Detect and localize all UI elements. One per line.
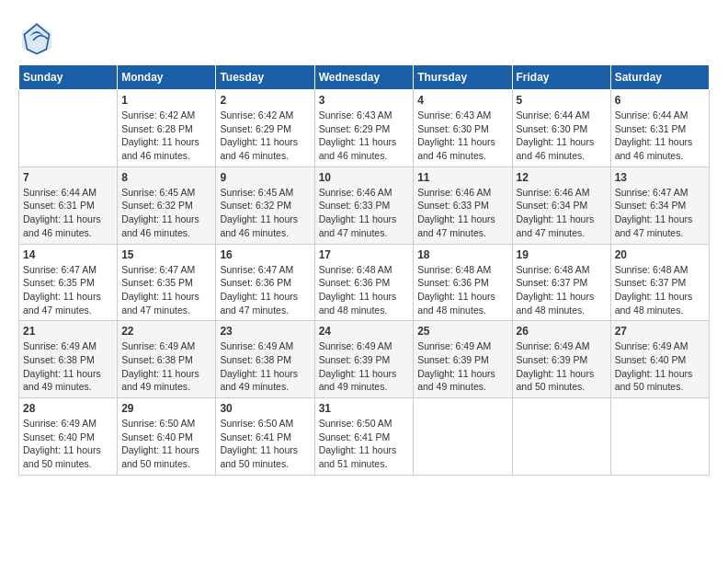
day-info: Sunrise: 6:48 AM Sunset: 6:37 PM Dayligh… [517,263,607,317]
calendar-cell: 20Sunrise: 6:48 AM Sunset: 6:37 PM Dayli… [610,244,709,321]
calendar-cell: 8Sunrise: 6:45 AM Sunset: 6:32 PM Daylig… [118,167,216,244]
day-info: Sunrise: 6:49 AM Sunset: 6:39 PM Dayligh… [517,339,607,394]
week-row-2: 7Sunrise: 6:44 AM Sunset: 6:31 PM Daylig… [19,167,710,244]
day-info: Sunrise: 6:49 AM Sunset: 6:38 PM Dayligh… [220,339,310,394]
calendar-cell: 2Sunrise: 6:42 AM Sunset: 6:29 PM Daylig… [216,90,314,167]
day-number: 2 [220,94,310,107]
day-number: 30 [220,402,310,415]
calendar-cell: 4Sunrise: 6:43 AM Sunset: 6:30 PM Daylig… [414,90,512,167]
calendar-cell: 26Sunrise: 6:49 AM Sunset: 6:39 PM Dayli… [512,321,610,398]
logo [18,18,59,55]
day-info: Sunrise: 6:49 AM Sunset: 6:39 PM Dayligh… [319,339,410,394]
day-number: 1 [121,94,211,107]
col-header-saturday: Saturday [610,65,709,90]
day-info: Sunrise: 6:43 AM Sunset: 6:29 PM Dayligh… [319,109,410,163]
logo-icon [18,18,55,55]
calendar-cell: 5Sunrise: 6:44 AM Sunset: 6:30 PM Daylig… [512,90,610,167]
day-info: Sunrise: 6:48 AM Sunset: 6:37 PM Dayligh… [615,263,705,317]
day-number: 23 [220,325,310,338]
calendar-cell: 18Sunrise: 6:48 AM Sunset: 6:36 PM Dayli… [414,244,512,321]
day-info: Sunrise: 6:49 AM Sunset: 6:40 PM Dayligh… [615,339,705,394]
day-number: 31 [319,402,410,415]
calendar-cell [414,398,512,476]
day-info: Sunrise: 6:47 AM Sunset: 6:34 PM Dayligh… [615,186,705,240]
calendar-cell [512,398,610,476]
page-header [18,18,710,55]
calendar-cell: 12Sunrise: 6:46 AM Sunset: 6:34 PM Dayli… [512,167,610,244]
day-info: Sunrise: 6:49 AM Sunset: 6:38 PM Dayligh… [121,339,211,394]
calendar-cell: 3Sunrise: 6:43 AM Sunset: 6:29 PM Daylig… [314,90,414,167]
calendar-cell: 14Sunrise: 6:47 AM Sunset: 6:35 PM Dayli… [19,244,118,321]
day-number: 17 [319,248,410,261]
col-header-sunday: Sunday [19,65,118,90]
week-row-1: 1Sunrise: 6:42 AM Sunset: 6:28 PM Daylig… [19,90,710,167]
day-number: 4 [417,94,507,107]
day-info: Sunrise: 6:47 AM Sunset: 6:35 PM Dayligh… [121,263,211,317]
week-row-4: 21Sunrise: 6:49 AM Sunset: 6:38 PM Dayli… [19,321,710,398]
col-header-thursday: Thursday [414,65,512,90]
day-number: 22 [121,325,211,338]
calendar-cell: 24Sunrise: 6:49 AM Sunset: 6:39 PM Dayli… [314,321,414,398]
day-number: 21 [23,325,113,338]
day-info: Sunrise: 6:50 AM Sunset: 6:40 PM Dayligh… [121,417,211,471]
calendar-cell: 27Sunrise: 6:49 AM Sunset: 6:40 PM Dayli… [610,321,709,398]
calendar-cell: 31Sunrise: 6:50 AM Sunset: 6:41 PM Dayli… [314,398,414,476]
day-info: Sunrise: 6:48 AM Sunset: 6:36 PM Dayligh… [417,263,507,317]
day-info: Sunrise: 6:45 AM Sunset: 6:32 PM Dayligh… [220,186,310,240]
day-info: Sunrise: 6:44 AM Sunset: 6:31 PM Dayligh… [615,109,705,163]
day-info: Sunrise: 6:50 AM Sunset: 6:41 PM Dayligh… [220,417,310,471]
day-number: 28 [23,402,113,415]
day-info: Sunrise: 6:47 AM Sunset: 6:36 PM Dayligh… [220,263,310,317]
day-number: 15 [121,248,211,261]
day-info: Sunrise: 6:46 AM Sunset: 6:33 PM Dayligh… [319,186,410,240]
day-info: Sunrise: 6:47 AM Sunset: 6:35 PM Dayligh… [23,263,113,317]
calendar-cell: 19Sunrise: 6:48 AM Sunset: 6:37 PM Dayli… [512,244,610,321]
day-info: Sunrise: 6:48 AM Sunset: 6:36 PM Dayligh… [319,263,410,317]
calendar-table: SundayMondayTuesdayWednesdayThursdayFrid… [18,64,710,476]
day-number: 11 [417,171,507,184]
day-info: Sunrise: 6:42 AM Sunset: 6:28 PM Dayligh… [121,109,211,163]
calendar-cell: 29Sunrise: 6:50 AM Sunset: 6:40 PM Dayli… [118,398,216,476]
calendar-cell: 1Sunrise: 6:42 AM Sunset: 6:28 PM Daylig… [118,90,216,167]
day-number: 24 [319,325,410,338]
day-number: 13 [615,171,705,184]
day-info: Sunrise: 6:42 AM Sunset: 6:29 PM Dayligh… [220,109,310,163]
calendar-cell [610,398,709,476]
day-info: Sunrise: 6:49 AM Sunset: 6:39 PM Dayligh… [417,339,507,394]
day-number: 7 [23,171,113,184]
calendar-cell: 7Sunrise: 6:44 AM Sunset: 6:31 PM Daylig… [19,167,118,244]
day-number: 16 [220,248,310,261]
calendar-cell: 17Sunrise: 6:48 AM Sunset: 6:36 PM Dayli… [314,244,414,321]
calendar-cell [19,90,118,167]
day-number: 25 [417,325,507,338]
column-headers: SundayMondayTuesdayWednesdayThursdayFrid… [19,65,710,90]
day-info: Sunrise: 6:44 AM Sunset: 6:30 PM Dayligh… [517,109,607,163]
day-number: 20 [615,248,705,261]
day-number: 5 [517,94,607,107]
col-header-monday: Monday [118,65,216,90]
day-number: 18 [417,248,507,261]
calendar-cell: 13Sunrise: 6:47 AM Sunset: 6:34 PM Dayli… [610,167,709,244]
day-number: 27 [615,325,705,338]
calendar-cell: 23Sunrise: 6:49 AM Sunset: 6:38 PM Dayli… [216,321,314,398]
col-header-friday: Friday [512,65,610,90]
day-info: Sunrise: 6:50 AM Sunset: 6:41 PM Dayligh… [319,417,410,471]
calendar-cell: 9Sunrise: 6:45 AM Sunset: 6:32 PM Daylig… [216,167,314,244]
calendar-cell: 22Sunrise: 6:49 AM Sunset: 6:38 PM Dayli… [118,321,216,398]
day-info: Sunrise: 6:49 AM Sunset: 6:38 PM Dayligh… [23,339,113,394]
calendar-cell: 11Sunrise: 6:46 AM Sunset: 6:33 PM Dayli… [414,167,512,244]
day-number: 9 [220,171,310,184]
day-number: 10 [319,171,410,184]
calendar-cell: 28Sunrise: 6:49 AM Sunset: 6:40 PM Dayli… [19,398,118,476]
week-row-3: 14Sunrise: 6:47 AM Sunset: 6:35 PM Dayli… [19,244,710,321]
col-header-wednesday: Wednesday [314,65,414,90]
day-number: 6 [615,94,705,107]
calendar-cell: 6Sunrise: 6:44 AM Sunset: 6:31 PM Daylig… [610,90,709,167]
calendar-cell: 10Sunrise: 6:46 AM Sunset: 6:33 PM Dayli… [314,167,414,244]
day-number: 29 [121,402,211,415]
day-number: 12 [517,171,607,184]
day-number: 8 [121,171,211,184]
day-info: Sunrise: 6:49 AM Sunset: 6:40 PM Dayligh… [23,417,113,471]
day-number: 3 [319,94,410,107]
calendar-cell: 30Sunrise: 6:50 AM Sunset: 6:41 PM Dayli… [216,398,314,476]
